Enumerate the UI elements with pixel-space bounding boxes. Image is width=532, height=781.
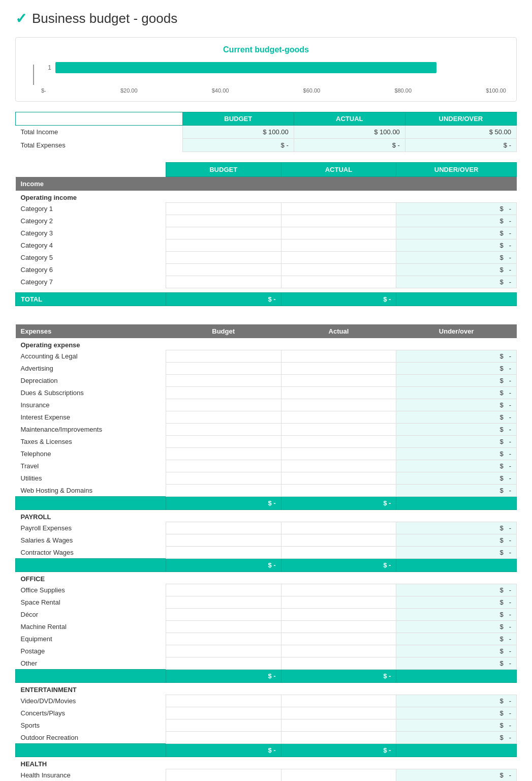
- contractor-wages-actual[interactable]: [281, 547, 396, 559]
- telephone-actual[interactable]: [281, 448, 396, 460]
- category-6-actual-input[interactable]: [281, 264, 396, 276]
- office-label: OFFICE: [16, 572, 517, 584]
- office-header: OFFICE: [16, 572, 517, 584]
- interest-expense-budget[interactable]: [166, 411, 281, 424]
- maintenance-budget[interactable]: [166, 424, 281, 436]
- sports-actual[interactable]: [281, 719, 396, 732]
- insurance-budget[interactable]: [166, 399, 281, 411]
- health-insurance-underover: $ -: [396, 769, 517, 782]
- category-6-row: Category 6 $ -: [16, 264, 517, 276]
- accounting-legal-actual[interactable]: [281, 350, 396, 363]
- accounting-legal-row: Accounting & Legal $ -: [16, 350, 517, 363]
- dues-subscriptions-budget[interactable]: [166, 387, 281, 399]
- category-4-budget-input[interactable]: [166, 239, 281, 252]
- payroll-expenses-actual[interactable]: [281, 522, 396, 534]
- travel-actual[interactable]: [281, 460, 396, 472]
- contractor-wages-budget[interactable]: [166, 547, 281, 559]
- category-2-actual-input[interactable]: [281, 215, 396, 227]
- category-7-budget-input[interactable]: [166, 276, 281, 288]
- total-expenses-budget: $ -: [182, 139, 294, 152]
- category-1-budget-input[interactable]: [166, 203, 281, 215]
- machine-rental-budget[interactable]: [166, 621, 281, 633]
- outdoor-recreation-actual[interactable]: [281, 732, 396, 744]
- concerts-plays-budget[interactable]: [166, 707, 281, 719]
- travel-underover: $ -: [396, 460, 517, 472]
- insurance-label: Insurance: [16, 399, 166, 411]
- telephone-budget[interactable]: [166, 448, 281, 460]
- other-budget[interactable]: [166, 657, 281, 670]
- accounting-legal-budget[interactable]: [166, 350, 281, 363]
- sports-budget[interactable]: [166, 719, 281, 732]
- category-7-actual-input[interactable]: [281, 276, 396, 288]
- taxes-licenses-budget[interactable]: [166, 436, 281, 448]
- taxes-licenses-actual[interactable]: [281, 436, 396, 448]
- space-rental-row: Space Rental $ -: [16, 596, 517, 609]
- other-actual[interactable]: [281, 657, 396, 670]
- category-3-budget-input[interactable]: [166, 227, 281, 239]
- payroll-expenses-budget[interactable]: [166, 522, 281, 534]
- logo-icon: ✓: [15, 10, 27, 27]
- category-6-budget-input[interactable]: [166, 264, 281, 276]
- video-dvd-row: Video/DVD/Movies $ -: [16, 695, 517, 707]
- category-4-label: Category 4: [16, 239, 166, 252]
- sports-label: Sports: [16, 719, 166, 732]
- concerts-plays-row: Concerts/Plays $ -: [16, 707, 517, 719]
- salaries-wages-budget[interactable]: [166, 534, 281, 547]
- x-label-3: $60.00: [303, 87, 321, 94]
- maintenance-actual[interactable]: [281, 424, 396, 436]
- video-dvd-actual[interactable]: [281, 695, 396, 707]
- equipment-budget[interactable]: [166, 633, 281, 645]
- category-5-actual-input[interactable]: [281, 252, 396, 264]
- summary-actual-header: ACTUAL: [294, 112, 405, 126]
- outdoor-recreation-row: Outdoor Recreation $ -: [16, 732, 517, 744]
- web-hosting-actual[interactable]: [281, 485, 396, 497]
- category-4-actual-input[interactable]: [281, 239, 396, 252]
- health-insurance-budget[interactable]: [166, 769, 281, 782]
- expenses-header-label: Expenses: [16, 324, 166, 338]
- utilities-budget[interactable]: [166, 472, 281, 485]
- office-supplies-budget[interactable]: [166, 584, 281, 596]
- category-5-budget-input[interactable]: [166, 252, 281, 264]
- chart-x-axis: $- $20.00 $40.00 $60.00 $80.00 $100.00: [41, 87, 506, 94]
- decor-actual[interactable]: [281, 609, 396, 621]
- concerts-plays-actual[interactable]: [281, 707, 396, 719]
- video-dvd-budget[interactable]: [166, 695, 281, 707]
- operating-subtotal-row: $ - $ -: [16, 497, 517, 510]
- interest-expense-actual[interactable]: [281, 411, 396, 424]
- equipment-actual[interactable]: [281, 633, 396, 645]
- dues-subscriptions-actual[interactable]: [281, 387, 396, 399]
- video-dvd-underover: $ -: [396, 695, 517, 707]
- web-hosting-budget[interactable]: [166, 485, 281, 497]
- sports-row: Sports $ -: [16, 719, 517, 732]
- decor-budget[interactable]: [166, 609, 281, 621]
- insurance-actual[interactable]: [281, 399, 396, 411]
- chart-y-label: 1: [41, 64, 51, 71]
- payroll-subtotal-empty: [16, 559, 166, 572]
- depreciation-actual[interactable]: [281, 375, 396, 387]
- expenses-section-header: Expenses Budget Actual Under/over: [16, 324, 517, 338]
- category-4-row: Category 4 $ -: [16, 239, 517, 252]
- category-1-row: Category 1 $ -: [16, 203, 517, 215]
- utilities-actual[interactable]: [281, 472, 396, 485]
- category-2-budget-input[interactable]: [166, 215, 281, 227]
- operating-income-header: Operating income: [16, 191, 517, 203]
- payroll-expenses-label: Payroll Expenses: [16, 522, 166, 534]
- health-insurance-actual[interactable]: [281, 769, 396, 782]
- office-supplies-actual[interactable]: [281, 584, 396, 596]
- advertising-budget[interactable]: [166, 363, 281, 375]
- salaries-wages-actual[interactable]: [281, 534, 396, 547]
- category-3-actual-input[interactable]: [281, 227, 396, 239]
- machine-rental-actual[interactable]: [281, 621, 396, 633]
- income-total-row: TOTAL $ - $ -: [16, 293, 517, 306]
- space-rental-actual[interactable]: [281, 596, 396, 609]
- category-1-actual-input[interactable]: [281, 203, 396, 215]
- depreciation-budget[interactable]: [166, 375, 281, 387]
- travel-budget[interactable]: [166, 460, 281, 472]
- postage-actual[interactable]: [281, 645, 396, 657]
- outdoor-recreation-budget[interactable]: [166, 732, 281, 744]
- advertising-actual[interactable]: [281, 363, 396, 375]
- office-subtotal-budget: $ -: [166, 670, 281, 683]
- space-rental-budget[interactable]: [166, 596, 281, 609]
- payroll-subtotal-actual: $ -: [281, 559, 396, 572]
- postage-budget[interactable]: [166, 645, 281, 657]
